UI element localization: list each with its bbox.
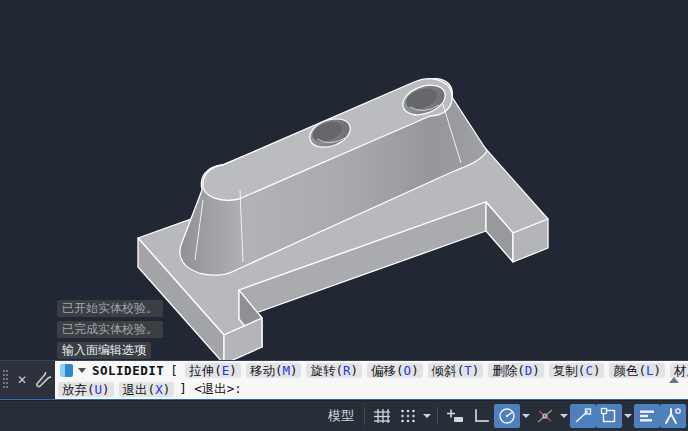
object-snap-3d-flyout[interactable]: [622, 404, 634, 428]
close-icon[interactable]: ✕: [17, 374, 27, 386]
chevron-down-icon: [423, 414, 431, 418]
option-color[interactable]: 颜色(L): [609, 363, 665, 378]
prompt-default-suffix: ] <退出>:: [179, 381, 242, 398]
drawing-viewport[interactable]: 已开始实体校验。 已完成实体校验。 输入面编辑选项: [0, 0, 688, 360]
snap-dots-icon: [400, 408, 416, 424]
grid-icon: [373, 408, 391, 424]
object-snap-tracking-icon: [536, 407, 554, 425]
model-space-button[interactable]: 模型: [322, 404, 360, 428]
chevron-down-icon: [560, 414, 568, 418]
chevron-down-icon: [624, 414, 632, 418]
annotation-visibility-button[interactable]: [634, 404, 660, 428]
status-bar: 模型: [0, 400, 688, 431]
snap-mode-button[interactable]: [395, 404, 421, 428]
drag-grip-icon[interactable]: [3, 370, 10, 390]
command-window-grip[interactable]: ✕: [0, 361, 55, 399]
chevron-down-icon: [522, 414, 530, 418]
command-badge-icon[interactable]: [60, 364, 73, 377]
scroll-up-arrow-icon[interactable]: [669, 377, 679, 383]
option-undo[interactable]: 放弃(U): [58, 382, 114, 397]
option-exit[interactable]: 退出(X): [119, 382, 175, 397]
option-rotate[interactable]: 旋转(R): [306, 363, 362, 378]
option-copy[interactable]: 复制(C): [549, 363, 605, 378]
dynamic-input-icon: [446, 408, 464, 424]
command-line[interactable]: SOLIDEDIT [ 拉伸(E) 移动(M) 旋转(R) 偏移(O) 倾斜(T…: [55, 361, 688, 399]
annotation-autoscale-icon: [663, 407, 683, 425]
polar-tracking-button[interactable]: [494, 404, 520, 428]
object-snap-2d-icon: [574, 407, 592, 425]
message-enter-face-option: 输入面编辑选项: [57, 342, 151, 359]
annotation-autoscale-button[interactable]: [660, 404, 686, 428]
autocad-window: 已开始实体校验。 已完成实体校验。 输入面编辑选项 ✕ SOLIDEDIT [ …: [0, 0, 688, 431]
dynamic-input-button[interactable]: [442, 404, 468, 428]
polar-tracking-icon: [498, 407, 516, 425]
command-prompt-row-2: 放弃(U) 退出(X) ] <退出>:: [55, 380, 688, 399]
ortho-mode-button[interactable]: [468, 404, 494, 428]
option-material[interactable]: 材质(A): [670, 363, 688, 378]
option-offset[interactable]: 偏移(O): [367, 363, 423, 378]
annotation-lines-icon: [638, 408, 656, 424]
options-open-bracket: [: [170, 363, 178, 378]
message-solid-check-done: 已完成实体校验。: [57, 321, 163, 338]
object-snap-3d-icon: [600, 407, 618, 425]
polar-tracking-flyout[interactable]: [520, 404, 532, 428]
wrench-icon[interactable]: [34, 372, 51, 389]
snap-mode-flyout[interactable]: [421, 404, 433, 428]
command-prompt-row-1: SOLIDEDIT [ 拉伸(E) 移动(M) 旋转(R) 偏移(O) 倾斜(T…: [55, 361, 688, 380]
object-snap-3d-button[interactable]: [596, 404, 622, 428]
object-snap-tracking-button[interactable]: [532, 404, 558, 428]
active-command-name: SOLIDEDIT: [92, 363, 164, 378]
option-extrude[interactable]: 拉伸(E): [185, 363, 241, 378]
option-delete[interactable]: 删除(D): [488, 363, 544, 378]
separator: [437, 407, 438, 425]
separator: [364, 407, 365, 425]
option-taper[interactable]: 倾斜(T): [428, 363, 484, 378]
grid-display-button[interactable]: [369, 404, 395, 428]
message-solid-check-start: 已开始实体校验。: [57, 300, 163, 317]
option-move[interactable]: 移动(M): [246, 363, 302, 378]
recent-commands-caret-icon[interactable]: [78, 368, 86, 373]
command-window: ✕ SOLIDEDIT [ 拉伸(E) 移动(M) 旋转(R) 偏移(O) 倾斜…: [0, 360, 688, 401]
object-snap-tracking-flyout[interactable]: [558, 404, 570, 428]
ortho-icon: [472, 408, 490, 424]
object-snap-2d-button[interactable]: [570, 404, 596, 428]
